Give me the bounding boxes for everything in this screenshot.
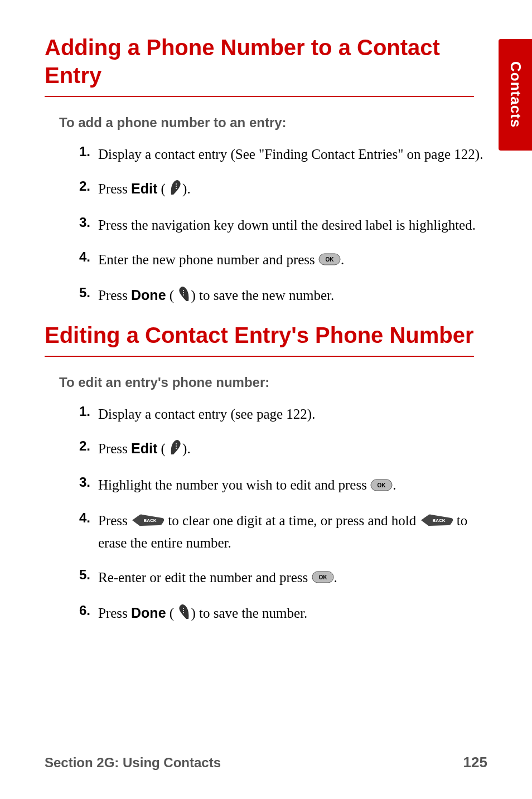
lead-edit-number: To edit an entry's phone number: bbox=[59, 375, 487, 390]
ui-label-done: Done bbox=[131, 605, 166, 621]
step-text: Re-enter or edit the number and press bbox=[98, 570, 312, 585]
step-text: ) to save the new number. bbox=[191, 288, 334, 303]
left-softkey-icon bbox=[177, 603, 191, 626]
step-text: Enter the new phone number and press bbox=[98, 252, 318, 267]
step-body: Display a contact entry (see page 122). bbox=[98, 404, 485, 425]
step-body: Press Done ( ) to save the number. bbox=[98, 603, 485, 626]
page-footer: Section 2G: Using Contacts 125 bbox=[45, 754, 487, 771]
left-softkey-icon bbox=[177, 285, 191, 308]
svg-point-10 bbox=[176, 448, 177, 449]
step-text: ( bbox=[157, 441, 166, 456]
ok-button-icon: OK bbox=[318, 250, 341, 272]
step-body: Enter the new phone number and press OK … bbox=[98, 249, 485, 272]
list-item: 2. Press Edit ( ). bbox=[72, 178, 485, 202]
step-body: Re-enter or edit the number and press OK… bbox=[98, 567, 485, 589]
step-text: ( bbox=[157, 181, 166, 196]
side-tab-contacts: Contacts bbox=[499, 39, 532, 151]
svg-point-6 bbox=[183, 292, 184, 293]
step-text: ). bbox=[182, 181, 191, 196]
step-number: 2. bbox=[72, 178, 98, 194]
ui-label-edit: Edit bbox=[131, 181, 157, 196]
ok-button-icon: OK bbox=[312, 568, 334, 589]
step-number: 5. bbox=[72, 285, 98, 301]
steps-add-number: 1. Display a contact entry (See "Finding… bbox=[72, 144, 485, 308]
step-text: Highlight the number you wish to edit an… bbox=[98, 477, 370, 492]
step-body: Press Edit ( ). bbox=[98, 438, 485, 462]
step-text: . bbox=[334, 570, 337, 585]
step-number: 4. bbox=[72, 510, 98, 526]
right-softkey-icon bbox=[169, 439, 182, 462]
step-number: 5. bbox=[72, 567, 98, 583]
svg-point-19 bbox=[183, 612, 184, 613]
step-number: 1. bbox=[72, 404, 98, 419]
step-body: Press BACK to clear one digit at a time,… bbox=[98, 510, 485, 554]
step-text: to clear one digit at a time, or press a… bbox=[168, 513, 419, 528]
svg-point-17 bbox=[183, 608, 184, 609]
step-text: ( bbox=[166, 606, 175, 621]
step-text: Press bbox=[98, 181, 131, 196]
svg-point-18 bbox=[183, 610, 184, 611]
step-text: Press bbox=[98, 441, 131, 456]
list-item: 1. Display a contact entry (see page 122… bbox=[72, 404, 485, 425]
list-item: 1. Display a contact entry (See "Finding… bbox=[72, 144, 485, 165]
svg-point-2 bbox=[176, 188, 177, 189]
svg-text:BACK: BACK bbox=[432, 518, 445, 523]
list-item: 3. Press the navigation key down until t… bbox=[72, 215, 485, 236]
list-item: 5. Press Done ( ) to save the new number… bbox=[72, 285, 485, 308]
svg-text:OK: OK bbox=[326, 256, 335, 263]
footer-section: Section 2G: Using Contacts bbox=[45, 755, 221, 771]
steps-edit-number: 1. Display a contact entry (see page 122… bbox=[72, 404, 485, 626]
step-text: . bbox=[393, 477, 396, 492]
step-text: . bbox=[341, 252, 344, 267]
heading-editing-phone-number: Editing a Contact Entry's Phone Number bbox=[45, 321, 474, 357]
back-button-icon: BACK bbox=[420, 512, 453, 533]
list-item: 4. Enter the new phone number and press … bbox=[72, 249, 485, 272]
list-item: 6. Press Done ( ) to save the number. bbox=[72, 603, 485, 626]
svg-text:OK: OK bbox=[318, 574, 327, 580]
svg-point-7 bbox=[183, 294, 184, 296]
list-item: 4. Press BACK to clear one digit at a ti… bbox=[72, 510, 485, 554]
step-number: 3. bbox=[72, 474, 98, 490]
back-button-icon: BACK bbox=[131, 512, 165, 533]
heading-adding-phone-number: Adding a Phone Number to a Contact Entry bbox=[45, 33, 474, 97]
step-body: Highlight the number you wish to edit an… bbox=[98, 474, 485, 497]
step-number: 6. bbox=[72, 603, 98, 618]
list-item: 3. Highlight the number you wish to edit… bbox=[72, 474, 485, 497]
step-body: Display a contact entry (See "Finding Co… bbox=[98, 144, 485, 165]
step-body: Press the navigation key down until the … bbox=[98, 215, 485, 236]
step-body: Press Done ( ) to save the new number. bbox=[98, 285, 485, 308]
step-text: Press bbox=[98, 606, 131, 621]
step-text: Press bbox=[98, 513, 131, 528]
svg-text:BACK: BACK bbox=[143, 518, 156, 523]
list-item: 5. Re-enter or edit the number and press… bbox=[72, 567, 485, 589]
svg-text:OK: OK bbox=[378, 482, 386, 488]
step-number: 2. bbox=[72, 438, 98, 454]
ui-label-done: Done bbox=[131, 287, 166, 303]
step-body: Press Edit ( ). bbox=[98, 178, 485, 202]
step-text: Press bbox=[98, 288, 131, 303]
ok-button-icon: OK bbox=[370, 476, 393, 497]
step-number: 1. bbox=[72, 144, 98, 159]
ui-label-edit: Edit bbox=[131, 440, 157, 456]
svg-point-1 bbox=[176, 186, 177, 187]
step-number: 3. bbox=[72, 215, 98, 230]
step-text: ( bbox=[166, 288, 175, 303]
svg-point-0 bbox=[176, 183, 177, 185]
page: Contacts Adding a Phone Number to a Cont… bbox=[0, 0, 532, 799]
step-text: ). bbox=[182, 441, 191, 456]
svg-point-8 bbox=[176, 443, 177, 444]
list-item: 2. Press Edit ( ). bbox=[72, 438, 485, 462]
lead-add-number: To add a phone number to an entry: bbox=[59, 115, 487, 130]
footer-page-number: 125 bbox=[463, 754, 487, 771]
svg-point-9 bbox=[176, 445, 177, 447]
svg-point-5 bbox=[183, 290, 184, 291]
step-text: ) to save the number. bbox=[191, 606, 307, 621]
step-number: 4. bbox=[72, 249, 98, 265]
right-softkey-icon bbox=[169, 179, 182, 202]
